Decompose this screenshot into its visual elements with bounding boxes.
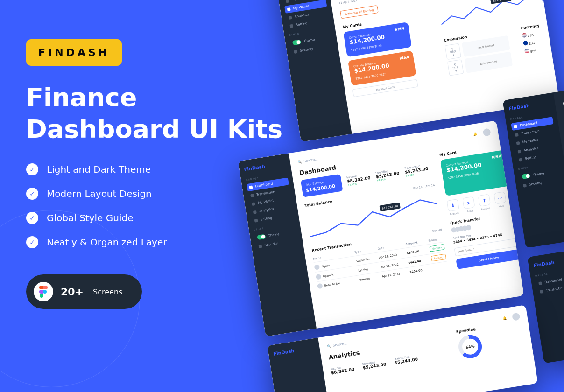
withdraw-button[interactable]: Withdraw All Earning [340,5,378,19]
see-all-link[interactable]: See All [432,228,442,233]
conv-from[interactable]: $ USD ▾ [444,43,461,60]
screens-label: Screens [93,287,122,296]
check-icon: ✓ [26,163,38,175]
bell-icon[interactable]: 🔔 [473,132,478,136]
check-icon: ✓ [26,188,38,200]
screens-count: 20+ [61,286,84,298]
brand-badge: FINDASH [26,39,122,66]
bell-icon[interactable]: 🔔 [502,316,507,321]
feature-item: ✓Light and Dark Theme [26,163,288,175]
title-line2: Dashboard UI Kits [26,114,282,144]
toggle-icon[interactable] [292,40,301,46]
feature-item: ✓Neatly & Organized Layer [26,236,288,248]
promo-title: Finance Dashboard UI Kits [26,82,288,145]
feature-list: ✓Light and Dark Theme ✓Modern Layout Des… [26,163,288,248]
currency-row[interactable]: USD [522,28,555,38]
check-icon: ✓ [26,236,38,248]
feature-item: ✓Global Style Guide [26,212,288,224]
conv-to[interactable]: € EUR ▾ [447,59,464,76]
currency-row[interactable]: GBP [524,44,557,54]
figma-icon [34,282,53,301]
transactions-table: NameTypeDateAmountStatus FigmaSubscribeA… [312,235,448,291]
total-balance-card: Total Balance $14,200.00 [301,174,343,197]
check-icon: ✓ [26,212,38,224]
screens-pill: 20+ Screens [26,274,142,309]
spending-donut: 64% [457,333,483,360]
svg-point-0 [43,290,47,294]
promo-left: FINDASH Finance Dashboard UI Kits ✓Light… [26,39,288,309]
title-line1: Finance [26,83,137,112]
currency-row[interactable]: EUR [523,36,556,46]
feature-item: ✓Modern Layout Design [26,188,288,200]
